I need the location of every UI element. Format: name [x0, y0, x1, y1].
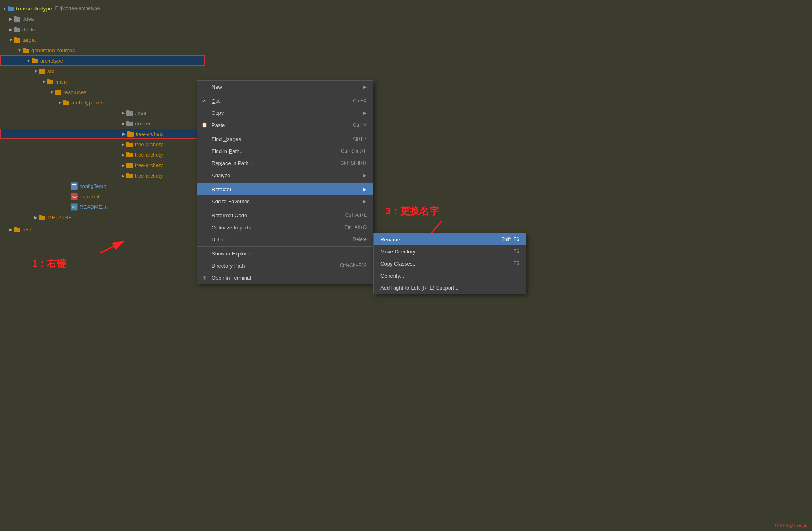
menu-item-cut[interactable]: ✂ Cut Ctrl+X — [197, 95, 373, 107]
file-icon — [71, 183, 78, 189]
menu-item-optimize[interactable]: Optimize Imports Ctrl+Alt+O — [197, 221, 373, 233]
menu-item-new[interactable]: New ▶ — [197, 81, 373, 93]
menu-item-find-in-path[interactable]: Find in Path... Ctrl+Shift+F — [197, 145, 373, 157]
submenu-item-rtl-support[interactable]: Add Right-to-Left (RTL) Support... — [374, 282, 526, 294]
menu-item-delete[interactable]: Delete... Delete — [197, 233, 373, 245]
menu-item-copy[interactable]: Copy ▶ — [197, 107, 373, 119]
svg-rect-44 — [14, 227, 17, 228]
menu-item-analyze[interactable]: Analyze ▶ — [197, 169, 373, 181]
folder-icon — [63, 100, 70, 105]
tree-item-tree-archety3[interactable]: tree-archety — [0, 149, 205, 160]
submenu-label-generify: Generify... — [380, 273, 519, 279]
svg-rect-0 — [8, 7, 14, 11]
tree-item-test[interactable]: test — [0, 224, 205, 235]
svg-rect-41 — [39, 216, 45, 220]
expand-arrow — [2, 6, 7, 11]
svg-rect-30 — [126, 163, 133, 168]
submenu-label-move-dir: Move Directory... — [380, 249, 514, 255]
svg-rect-23 — [126, 121, 129, 122]
tree-item-meta-inf[interactable]: META-INF — [0, 212, 205, 223]
menu-item-directory-path[interactable]: Directory Path Ctrl+Alt+F12 — [197, 259, 373, 272]
menu-label-open-terminal: Open in Terminal — [212, 275, 367, 281]
submenu-shortcut-move-dir: F6 — [514, 249, 519, 254]
item-label: main — [55, 79, 67, 85]
expand-arrow — [8, 37, 14, 43]
expand-arrow — [33, 214, 39, 220]
tree-item-tree-archety1[interactable]: tree-archety — [0, 129, 205, 139]
menu-separator — [197, 132, 373, 132]
svg-rect-26 — [126, 143, 133, 147]
svg-rect-32 — [126, 174, 133, 178]
menu-label-new: New — [212, 84, 360, 90]
tree-item-idea2[interactable]: .idea — [0, 108, 205, 118]
expand-arrow — [57, 100, 63, 105]
submenu-item-copy-classes[interactable]: Copy Classes... F5 — [374, 257, 526, 270]
tree-item-src[interactable]: src — [0, 66, 205, 76]
tree-item-docker[interactable]: docker — [0, 24, 205, 35]
svg-rect-10 — [32, 59, 38, 63]
expand-arrow — [33, 68, 39, 74]
item-label: .idea — [135, 110, 146, 116]
menu-item-replace-in-path[interactable]: Replace in Path... Ctrl+Shift+R — [197, 157, 373, 169]
tree-item-pom[interactable]: </> pom.xml — [0, 191, 205, 202]
tree-item-idea[interactable]: .idea — [0, 14, 205, 24]
expand-arrow — [120, 173, 126, 178]
expand-arrow — [17, 47, 22, 53]
folder-icon — [14, 16, 21, 22]
folder-icon — [126, 173, 133, 178]
shortcut-reformat: Ctrl+Alt+L — [345, 212, 367, 218]
menu-label-analyze: Analyze — [212, 172, 360, 178]
tree-item-configtemp[interactable]: configTemp — [0, 181, 205, 191]
svg-rect-8 — [23, 49, 29, 53]
svg-rect-42 — [39, 215, 42, 216]
tree-item-archetype-reso[interactable]: archetype-reso — [0, 97, 205, 108]
expand-arrow — [8, 27, 14, 32]
folder-icon — [126, 141, 133, 147]
svg-rect-15 — [47, 79, 50, 80]
menu-item-find-usages[interactable]: Find Usages Alt+F7 — [197, 133, 373, 145]
svg-rect-27 — [126, 142, 129, 143]
shortcut-paste: Ctrl+V — [353, 122, 367, 128]
item-label: archetype — [40, 58, 63, 64]
watermark: CSDN @xjiangk — [775, 523, 807, 528]
menu-item-reformat[interactable]: Reformat Code Ctrl+Alt+L — [197, 209, 373, 221]
tree-item-generated-sources[interactable]: generated-sources — [0, 45, 205, 55]
svg-rect-16 — [55, 90, 61, 95]
tree-item-tree-archety5[interactable]: tree-archety — [0, 170, 205, 181]
item-label: tree-archety — [136, 131, 163, 137]
svg-text:MD: MD — [72, 206, 76, 208]
submenu-item-generify[interactable]: Generify... — [374, 270, 526, 282]
folder-icon — [14, 27, 21, 32]
folder-icon — [55, 89, 62, 95]
tree-item-main[interactable]: main — [0, 76, 205, 87]
menu-item-add-to-favorites[interactable]: Add to Favorites ▶ — [197, 195, 373, 207]
tree-item-tree-archety2[interactable]: tree-archety — [0, 139, 205, 149]
tree-item-target[interactable]: target — [0, 35, 205, 45]
submenu-item-move-dir[interactable]: Move Directory... F6 — [374, 245, 526, 257]
project-root[interactable]: tree-archetype E:\jkp\tree-archetype — [0, 3, 205, 14]
item-label: pom.xml — [80, 194, 99, 200]
shortcut-delete: Delete — [353, 237, 367, 242]
svg-rect-9 — [23, 48, 26, 49]
menu-item-refactor[interactable]: Refactor ▶ — [197, 183, 373, 195]
menu-label-reformat: Reformat Code — [212, 212, 329, 219]
tree-item-readme[interactable]: MD README.m — [0, 202, 205, 212]
menu-label-refactor: Refactor — [212, 186, 360, 192]
folder-icon — [31, 58, 39, 63]
menu-item-show-explorer[interactable]: Show in Explorer — [197, 247, 373, 259]
menu-label-copy: Copy — [212, 110, 360, 116]
submenu-item-rename[interactable]: Rename... Shift+F6 — [374, 233, 526, 245]
submenu-arrow: ▶ — [363, 199, 367, 204]
project-icon — [7, 6, 14, 11]
tree-item-archetype[interactable]: archetype — [0, 55, 205, 66]
menu-item-open-terminal[interactable]: ⊞ Open in Terminal — [197, 272, 373, 284]
shortcut-find-usages: Alt+F7 — [353, 136, 367, 142]
item-label: .idea — [22, 16, 34, 22]
tree-item-resources[interactable]: resources — [0, 87, 205, 97]
svg-rect-7 — [14, 37, 17, 39]
menu-label-optimize: Optimize Imports — [212, 225, 328, 231]
tree-item-docker2[interactable]: docker — [0, 118, 205, 129]
menu-item-paste[interactable]: 📋 Paste Ctrl+V — [197, 119, 373, 131]
tree-item-tree-archety4[interactable]: tree-archety — [0, 160, 205, 170]
submenu-arrow: ▶ — [363, 187, 367, 192]
